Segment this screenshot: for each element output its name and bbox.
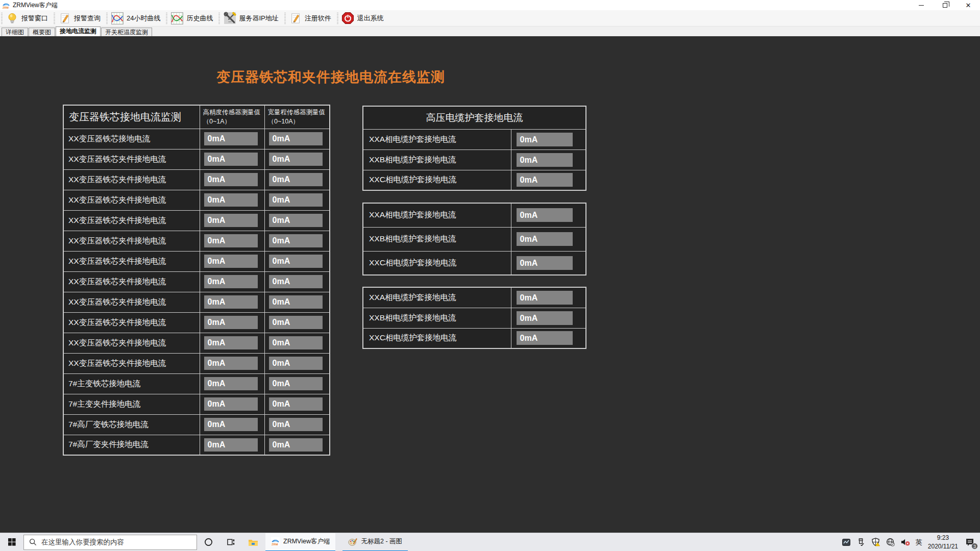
value-box: 0mA [517, 311, 573, 325]
row-label: 7#高厂变夹件接地电流 [63, 435, 200, 455]
table-row: XX变压器铁芯夹件接地电流0mA0mA [63, 333, 330, 353]
taskbar-app-paint[interactable]: 无标题2 - 画图 [342, 533, 408, 551]
register-pencil-icon [289, 12, 302, 25]
toolbar-alarm-window-button[interactable]: 报警窗口 [4, 11, 53, 26]
task-view-button[interactable] [219, 533, 242, 551]
row-label: XXA相电缆护套接地电流 [363, 129, 511, 149]
wide-range-cell: 0mA [264, 373, 330, 394]
toolbar-gripper [166, 13, 167, 24]
row-label: XXB相电缆护套接地电流 [363, 227, 511, 251]
clock-date: 2020/11/21 [928, 543, 958, 550]
tab-detail-view[interactable]: 详细图 [2, 28, 28, 36]
toolbar-history-curve-button[interactable]: 历史曲线 [168, 11, 217, 26]
table-row: XXB相电缆护套接地电流0mA [363, 308, 586, 328]
value-box: 0mA [204, 234, 258, 247]
minimize-button[interactable] [910, 0, 933, 10]
toolbar-alarm-query-button[interactable]: 报警查询 [56, 11, 105, 26]
toolbar-item-label: 24小时曲线 [127, 14, 160, 23]
alarm-lamp-icon [6, 12, 19, 25]
row-label: 7#主变夹件接地电流 [63, 394, 200, 414]
wide-range-cell: 0mA [264, 292, 330, 312]
search-input[interactable] [41, 538, 184, 546]
toolbar-server-ip-button[interactable]: 服务器IP地址 [221, 11, 283, 26]
high-precision-cell: 0mA [200, 353, 264, 373]
wide-range-column-header: 宽量程传感器测量值（0~10A） [264, 105, 330, 129]
usb-device-tray-icon[interactable] [856, 537, 866, 548]
table-row: XX变压器铁芯夹件接地电流0mA0mA [63, 169, 330, 190]
high-precision-cell: 0mA [200, 373, 264, 394]
table-row: XXA相电缆护套接地电流0mA [363, 203, 586, 227]
row-label: XX变压器铁芯夹件接地电流 [63, 190, 200, 210]
table-row: 7#主变铁芯接地电流0mA0mA [63, 373, 330, 394]
value-box: 0mA [204, 418, 258, 431]
notification-count-badge: 3 [971, 543, 978, 549]
value-box: 0mA [204, 397, 258, 411]
high-precision-cell: 0mA [200, 435, 264, 455]
start-button[interactable] [0, 533, 23, 551]
security-shield-tray-icon[interactable] [871, 537, 880, 548]
row-label: XX变压器铁芯夹件接地电流 [63, 271, 200, 292]
high-precision-cell: 0mA [200, 231, 264, 251]
file-explorer-button[interactable] [242, 533, 264, 551]
toolbar-gripper [337, 13, 338, 24]
tab-ground-current-monitor[interactable]: 接地电流监测 [56, 27, 101, 36]
table-row: XX变压器铁芯夹件接地电流0mA0mA [63, 353, 330, 373]
high-precision-cell: 0mA [200, 292, 264, 312]
high-precision-column-header: 高精度传感器测量值（0~1A） [200, 105, 264, 129]
toolbar-gripper [54, 13, 55, 24]
table-row: 7#主变夹件接地电流0mA0mA [63, 394, 330, 414]
close-icon: ✕ [966, 2, 971, 9]
row-label: XXA相电缆护套接地电流 [363, 287, 511, 308]
zrm-app-icon: ZRM [271, 537, 280, 546]
high-precision-cell: 0mA [200, 394, 264, 414]
wide-range-cell: 0mA [264, 353, 330, 373]
cortana-button[interactable] [197, 533, 219, 551]
value-cell: 0mA [511, 227, 586, 251]
toolbar-24h-curve-button[interactable]: 24小时曲线 [109, 11, 165, 26]
value-box: 0mA [269, 357, 323, 370]
day-curves-icon [111, 12, 124, 25]
clock[interactable]: 9:23 2020/11/21 [928, 534, 958, 550]
table-row: XXC相电缆护套接地电流0mA [363, 328, 586, 348]
toolbar-item-label: 服务器IP地址 [239, 14, 278, 23]
ime-indicator[interactable]: 英 [916, 538, 922, 547]
close-button[interactable]: ✕ [957, 0, 980, 10]
windows-logo-icon [8, 538, 16, 546]
row-label: 7#高厂变铁芯接地电流 [63, 414, 200, 435]
action-center-button[interactable]: 3 [964, 537, 976, 548]
value-box: 0mA [517, 153, 573, 167]
restore-button[interactable] [933, 0, 957, 10]
tab-switchgear-temp-monitor[interactable]: 开关柜温度监测 [101, 28, 152, 36]
toolbar-exit-system-button[interactable]: 退出系统 [339, 11, 388, 26]
table-row: XXC相电缆护套接地电流0mA [363, 170, 586, 190]
network-globe-tray-icon[interactable] [886, 537, 895, 548]
window-titlebar: ZRM ZRMView客户端 ✕ [0, 0, 980, 10]
value-box: 0mA [204, 357, 258, 370]
table-row: XX变压器铁芯夹件接地电流0mA0mA [63, 292, 330, 312]
restore-icon [943, 3, 947, 8]
value-box: 0mA [204, 255, 258, 268]
taskbar-app-zrmview[interactable]: ZRM ZRMView客户端 [265, 533, 335, 551]
svg-text:ZRM: ZRM [3, 6, 9, 9]
row-label: XXB相电缆护套接地电流 [363, 149, 511, 170]
wide-range-cell: 0mA [264, 190, 330, 210]
toolbar-register-software-button[interactable]: 注册软件 [287, 11, 336, 26]
toolbar-item-label: 历史曲线 [186, 14, 213, 23]
value-cell: 0mA [511, 308, 586, 328]
task-manager-tray-icon[interactable] [842, 537, 851, 548]
tab-overview[interactable]: 概要图 [29, 28, 55, 36]
wide-range-cell: 0mA [264, 435, 330, 455]
taskbar-search[interactable] [23, 535, 197, 550]
volume-muted-tray-icon[interactable] [901, 537, 910, 548]
value-box: 0mA [204, 193, 258, 207]
toolbar-gripper [1, 13, 3, 24]
value-cell: 0mA [511, 170, 586, 190]
toolbar-gripper [218, 13, 220, 24]
taskbar-app-label: 无标题2 - 画图 [361, 537, 402, 546]
cable-ground-current-table: XXA相电缆护套接地电流0mAXXB相电缆护套接地电流0mAXXC相电缆护套接地… [362, 287, 586, 349]
value-box: 0mA [269, 214, 323, 227]
value-box: 0mA [204, 438, 258, 452]
wide-range-cell: 0mA [264, 271, 330, 292]
toolbar-item-label: 退出系统 [357, 14, 384, 23]
value-box: 0mA [269, 316, 323, 329]
